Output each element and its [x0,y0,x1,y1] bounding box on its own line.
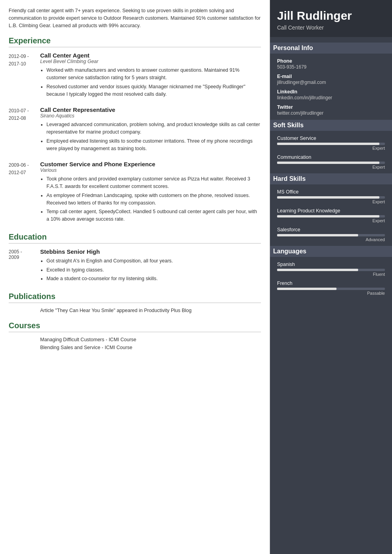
personal-info-section: Personal Info Phone 503-935-1679 E-mail … [277,43,385,116]
edu-dates: 2005 - 2009 [9,248,40,284]
skill-level: Passable [277,291,385,296]
edu-bullet: Made a student co-counselor for my liste… [46,275,261,283]
skill-bar-fill [277,234,358,236]
experience-entry: 2010-07 - 2012-08Call Center Representat… [9,106,261,154]
personal-info-title: Personal Info [270,43,392,54]
skill-bar-bg [277,143,385,145]
soft-skills-title: Soft Skills [270,120,392,131]
exp-title: Call Center Agent [40,52,261,59]
twitter-value: twitter.com/jillrudlinger [277,110,385,116]
exp-bullet: As employee of Friedman Landscaping, spo… [46,192,261,207]
publications-title: Publications [9,292,261,303]
email-value: jillrudlinger@gmail.com [277,80,385,85]
skill-bar-fill [277,143,379,145]
courses-title: Courses [9,321,261,332]
publications-list: Article "They Can Hear You Smile" appear… [9,308,261,313]
skill-name: Communication [277,154,385,160]
hard-skills-list: MS OfficeExpertLearning Product Knowledg… [277,189,385,242]
phone-label: Phone [277,58,385,64]
skill-bar-bg [277,234,385,236]
exp-company: Sirano Aquatics [40,113,261,119]
education-section: Education 2005 - 2009Stebbins Senior Hig… [9,232,261,284]
experience-entry: 2009-06 - 2012-07Customer Service and Ph… [9,161,261,225]
education-title: Education [9,232,261,244]
languages-section: Languages SpanishFluentFrenchPassable [277,246,385,296]
education-list: 2005 - 2009Stebbins Senior HighGot strai… [9,248,261,284]
skill-bar-bg [277,215,385,218]
skill-name: Learning Product Knowledge [277,208,385,214]
edu-title: Stebbins Senior High [40,248,261,255]
exp-dates: 2010-07 - 2012-08 [9,106,40,154]
exp-dates: 2012-09 - 2017-10 [9,52,40,99]
right-body: Personal Info Phone 503-935-1679 E-mail … [270,37,392,305]
skill-bar-bg [277,269,385,271]
skill-name: MS Office [277,189,385,195]
skill-bar-fill [277,269,358,271]
exp-content: Call Center RepresentativeSirano Aquatic… [40,106,261,154]
course-item: Managing Difficult Customers - ICMI Cour… [40,337,261,342]
linkedin-value: linkedin.com/in/jillrudlinger [277,95,385,100]
phone-value: 503-935-1679 [277,64,385,70]
skill-bar-bg [277,162,385,164]
skill-name: French [277,281,385,286]
skill-level: Fluent [277,272,385,277]
exp-company: Various [40,167,261,173]
soft-skills-list: Customer ServiceExpertCommunicationExper… [277,136,385,169]
skill-level: Expert [277,199,385,204]
languages-title: Languages [270,246,392,257]
skill-level: Expert [277,165,385,169]
skill-name: Salesforce [277,227,385,232]
edu-bullet: Got straight A's in English and Composit… [46,257,261,265]
edu-content: Stebbins Senior HighGot straight A's in … [40,248,261,284]
courses-section: Courses Managing Difficult Customers - I… [9,321,261,350]
exp-dates: 2009-06 - 2012-07 [9,161,40,225]
skill-level: Expert [277,146,385,151]
skill-level: Advanced [277,237,385,242]
experience-title: Experience [9,36,261,47]
exp-title: Customer Service and Phone Experience [40,161,261,167]
email-label: E-mail [277,74,385,79]
candidate-title: Call Center Worker [277,24,385,31]
exp-content: Customer Service and Phone ExperienceVar… [40,161,261,225]
exp-title: Call Center Representative [40,106,261,113]
skill-bar-fill [277,162,379,164]
languages-list: SpanishFluentFrenchPassable [277,262,385,296]
publication-item: Article "They Can Hear You Smile" appear… [40,308,261,313]
hard-skills-section: Hard Skills MS OfficeExpertLearning Prod… [277,173,385,242]
exp-bullet: Temp call center agent, SpeedyCollect. H… [46,208,261,223]
exp-bullets: Took phone orders and provided exemplary… [40,175,261,223]
edu-bullets: Got straight A's in English and Composit… [40,257,261,283]
exp-bullet: Took phone orders and provided exemplary… [46,175,261,190]
skill-bar-fill [277,215,379,218]
courses-list: Managing Difficult Customers - ICMI Cour… [9,337,261,350]
candidate-name: Jill Rudlinger [277,9,385,23]
exp-bullet: Employed elevated listening skills to so… [46,138,261,152]
exp-company: Level Bevel Climbing Gear [40,59,261,64]
linkedin-label: LinkedIn [277,89,385,95]
skill-name: Customer Service [277,136,385,141]
experience-list: 2012-09 - 2017-10Call Center AgentLevel … [9,52,261,225]
education-entry: 2005 - 2009Stebbins Senior HighGot strai… [9,248,261,284]
hard-skills-title: Hard Skills [270,173,392,184]
exp-bullets: Leveraged advanced communication, proble… [40,121,261,152]
experience-section: Experience 2012-09 - 2017-10Call Center … [9,36,261,225]
exp-bullet: Worked with manufacturers and vendors to… [46,67,261,82]
course-item: Blending Sales and Service - ICMI Course [40,345,261,350]
skill-name: Spanish [277,262,385,267]
skill-level: Expert [277,218,385,223]
publications-section: Publications Article "They Can Hear You … [9,292,261,313]
experience-entry: 2012-09 - 2017-10Call Center AgentLevel … [9,52,261,99]
edu-bullet: Excelled in typing classes. [46,266,261,274]
skill-bar-fill [277,196,379,199]
twitter-label: Twitter [277,104,385,110]
skill-bar-bg [277,196,385,199]
exp-bullet: Resolved customer and vendor issues quic… [46,83,261,98]
soft-skills-section: Soft Skills Customer ServiceExpertCommun… [277,120,385,169]
left-panel: Friendly call center agent with 7+ years… [0,0,270,554]
right-panel: Jill Rudlinger Call Center Worker Person… [270,0,392,554]
skill-bar-bg [277,288,385,290]
exp-bullet: Leveraged advanced communication, proble… [46,121,261,136]
summary-text: Friendly call center agent with 7+ years… [9,7,261,29]
right-header: Jill Rudlinger Call Center Worker [270,0,392,37]
exp-bullets: Worked with manufacturers and vendors to… [40,67,261,98]
